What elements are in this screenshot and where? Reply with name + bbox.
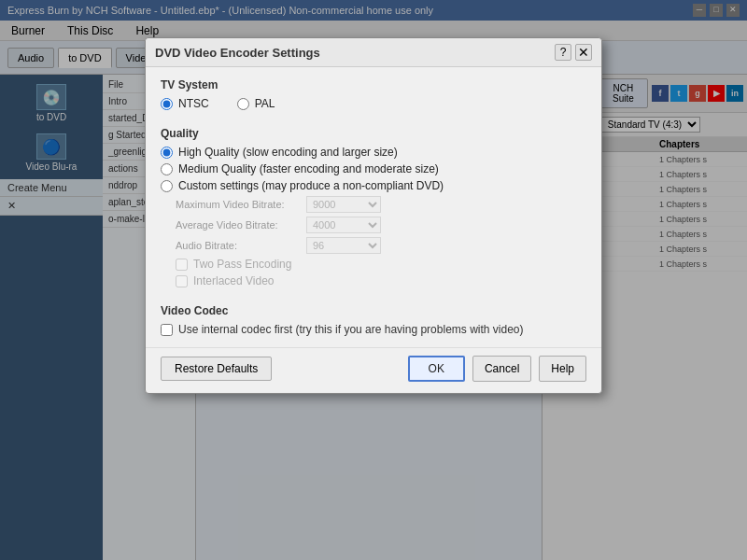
custom-quality-label: Custom settings (may produce a non-compl… — [178, 179, 444, 192]
interlaced-row: Interlaced Video — [161, 274, 586, 287]
dialog-title: DVD Video Encoder Settings — [155, 46, 320, 60]
high-quality-row: High Quality (slow encoding and larger s… — [161, 146, 586, 159]
two-pass-label: Two Pass Encoding — [193, 258, 291, 271]
codec-row: Use internal codec first (try this if yo… — [161, 323, 586, 336]
modal-overlay: DVD Video Encoder Settings ? ✕ TV System… — [0, 0, 747, 560]
interlaced-checkbox[interactable] — [176, 275, 188, 287]
max-bitrate-label: Maximum Video Bitrate: — [176, 199, 306, 210]
help-button[interactable]: Help — [539, 356, 586, 382]
high-quality-radio[interactable] — [161, 147, 173, 159]
footer-right-buttons: OK Cancel Help — [408, 356, 586, 382]
quality-section: High Quality (slow encoding and larger s… — [161, 146, 586, 287]
quality-label: Quality — [161, 127, 586, 140]
custom-quality-radio[interactable] — [161, 180, 173, 192]
audio-bitrate-row: Audio Bitrate: 96 — [161, 237, 586, 254]
max-bitrate-select[interactable]: 9000 — [306, 196, 381, 213]
avg-bitrate-row: Average Video Bitrate: 4000 — [161, 217, 586, 233]
tv-system-label: TV System — [161, 78, 586, 91]
audio-bitrate-label: Audio Bitrate: — [176, 240, 306, 251]
max-bitrate-row: Maximum Video Bitrate: 9000 — [161, 196, 586, 213]
dialog-body: TV System NTSC PAL Quality High Quality … — [146, 67, 601, 347]
ok-button[interactable]: OK — [408, 356, 465, 382]
dialog-footer: Restore Defaults OK Cancel Help — [146, 347, 601, 393]
codec-checkbox[interactable] — [161, 324, 173, 336]
codec-label: Use internal codec first (try this if yo… — [178, 323, 524, 336]
audio-bitrate-select[interactable]: 96 — [306, 237, 381, 254]
dialog-help-icon[interactable]: ? — [555, 44, 571, 61]
interlaced-label: Interlaced Video — [193, 274, 275, 287]
cancel-button[interactable]: Cancel — [472, 356, 531, 382]
pal-label: PAL — [255, 97, 275, 110]
pal-radio-row: PAL — [237, 97, 275, 110]
restore-defaults-button[interactable]: Restore Defaults — [161, 357, 272, 381]
dialog-title-controls: ? ✕ — [555, 44, 592, 61]
high-quality-label: High Quality (slow encoding and larger s… — [178, 146, 398, 159]
pal-radio[interactable] — [237, 98, 249, 110]
custom-quality-row: Custom settings (may produce a non-compl… — [161, 179, 586, 192]
dialog-titlebar: DVD Video Encoder Settings ? ✕ — [146, 38, 601, 67]
two-pass-row: Two Pass Encoding — [161, 258, 586, 271]
ntsc-radio[interactable] — [161, 98, 173, 110]
avg-bitrate-label: Average Video Bitrate: — [176, 219, 306, 231]
ntsc-radio-row: NTSC — [161, 97, 209, 110]
dialog-close-button[interactable]: ✕ — [575, 44, 592, 61]
ntsc-label: NTSC — [178, 97, 209, 110]
medium-quality-radio[interactable] — [161, 163, 173, 175]
medium-quality-label: Medium Quality (faster encoding and mode… — [178, 162, 439, 175]
avg-bitrate-select[interactable]: 4000 — [306, 217, 381, 233]
codec-section-label: Video Codec — [161, 304, 586, 317]
dialog-dvd-encoder: DVD Video Encoder Settings ? ✕ TV System… — [145, 37, 602, 394]
medium-quality-row: Medium Quality (faster encoding and mode… — [161, 162, 586, 175]
two-pass-checkbox[interactable] — [176, 259, 188, 271]
tv-system-row: NTSC PAL — [161, 97, 586, 114]
